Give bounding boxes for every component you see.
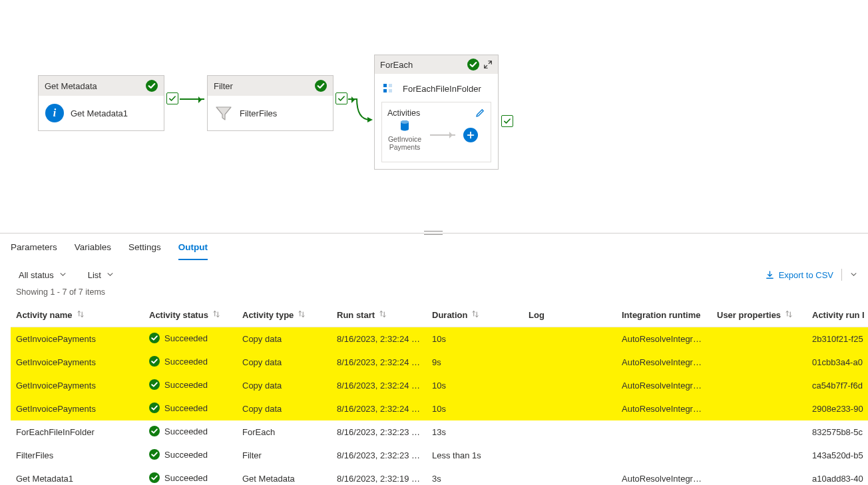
cell-user-properties [712,444,807,467]
panel-resize-divider[interactable] [0,233,868,234]
cell-activity-status: Succeeded [144,351,237,374]
success-icon [149,403,160,413]
inner-activity-getinvoice[interactable]: GetInvoice Payments [387,119,422,151]
connector-arrow [348,98,357,100]
column-activity-run-id[interactable]: Activity run I [807,303,868,327]
table-row[interactable]: GetInvoicePaymentsSucceededCopy data8/16… [11,397,868,420]
column-integration-runtime[interactable]: Integration runtime [616,303,712,327]
cell-run-start: 8/16/2023, 2:32:24 PM [331,327,427,351]
activities-section-label: Activities [387,108,420,118]
cell-integration-runtime: AutoResolveIntegration [616,374,712,397]
sort-icon [379,310,387,320]
mini-arrow [430,134,455,136]
pipeline-canvas[interactable]: Get Metadata i Get Metadata1 Filter Filt… [0,0,868,233]
cell-integration-runtime: AutoResolveIntegration [616,327,712,351]
column-activity-status[interactable]: Activity status [144,303,237,327]
table-row[interactable]: ForEachFileInFolderSucceededForEach8/16/… [11,420,868,444]
export-csv-button[interactable]: Export to CSV [765,270,833,280]
tab-variables[interactable]: Variables [75,242,111,260]
activity-instance-label: Get Metadata1 [71,108,128,118]
cell-log [523,327,616,351]
cell-user-properties [712,374,807,397]
info-icon: i [45,104,64,122]
foreach-activities-section: Activities GetInvoice Payments [381,102,491,162]
cell-activity-type: Copy data [237,327,331,351]
activity-instance-label: FilterFiles [240,108,277,118]
result-count-summary: Showing 1 - 7 of 7 items [0,287,868,303]
activity-filter[interactable]: Filter FilterFiles [207,75,333,131]
cell-integration-runtime [616,444,712,467]
sort-icon [298,310,306,320]
activity-foreach[interactable]: ForEach ForEachFileInFolder Activities G… [374,55,499,170]
activity-type-label: Get Metadata [45,81,146,91]
success-icon [146,80,158,92]
column-duration[interactable]: Duration [427,303,523,327]
view-mode-dropdown[interactable]: List [88,270,114,280]
cell-activity-name: Get Metadata1 [11,467,144,485]
edit-icon[interactable] [475,108,485,120]
drag-handle-icon[interactable] [424,230,444,236]
chevron-down-icon[interactable] [850,270,857,280]
cell-activity-run-id: 2908e233-90 [807,397,868,420]
column-run-start[interactable]: Run start [331,303,427,327]
column-activity-type[interactable]: Activity type [237,303,331,327]
cell-activity-run-id: ca54b7f7-f6d [807,374,868,397]
success-icon [467,59,479,71]
connector-success-check[interactable] [166,92,178,104]
table-row[interactable]: GetInvoicePaymentsSucceededCopy data8/16… [11,374,868,397]
success-icon [149,356,160,367]
cell-user-properties [712,327,807,351]
chevron-down-icon [59,270,67,280]
cell-log [523,467,616,485]
table-row[interactable]: Get Metadata1SucceededGet Metadata8/16/2… [11,467,868,485]
cell-activity-run-id: a10add83-40 [807,467,868,485]
connector-success-check[interactable] [501,115,513,127]
cell-duration: 9s [427,351,523,374]
export-label: Export to CSV [779,270,833,280]
status-filter-dropdown[interactable]: All status [19,270,67,280]
cell-duration: 13s [427,420,523,444]
add-activity-button[interactable] [463,128,478,142]
cell-duration: 10s [427,327,523,351]
activity-type-label: ForEach [380,60,413,70]
connector-arrow [180,98,204,100]
cell-run-start: 8/16/2023, 2:32:23 PM [331,444,427,467]
table-row[interactable]: GetInvoicePaymentsSucceededCopy data8/16… [11,327,868,351]
tab-settings[interactable]: Settings [128,242,161,260]
status-filter-label: All status [19,270,54,280]
cell-user-properties [712,397,807,420]
success-icon [149,472,160,483]
cell-run-start: 8/16/2023, 2:32:19 PM [331,467,427,485]
activity-get-metadata[interactable]: Get Metadata i Get Metadata1 [38,75,164,131]
separator [841,269,842,281]
activity-type-label: Filter [214,81,315,91]
cell-activity-run-id: 143a520d-b5 [807,444,868,467]
cell-activity-type: ForEach [237,420,331,444]
column-activity-name[interactable]: Activity name [11,303,144,327]
cell-integration-runtime: AutoResolveIntegration [616,397,712,420]
tab-output[interactable]: Output [178,242,208,260]
table-row[interactable]: FilterFilesSucceededFilter8/16/2023, 2:3… [11,444,868,467]
filter-icon [214,104,233,122]
bottom-panel-tabs: Parameters Variables Settings Output [0,234,868,261]
success-icon [149,449,160,460]
table-row[interactable]: GetInvoicePaymentsSucceededCopy data8/16… [11,351,868,374]
collapse-icon[interactable] [483,60,493,69]
success-icon [315,80,327,92]
cell-log [523,351,616,374]
cell-user-properties [712,351,807,374]
cell-activity-status: Succeeded [144,467,237,485]
cell-activity-type: Copy data [237,374,331,397]
tab-parameters[interactable]: Parameters [11,242,57,260]
cell-activity-name: ForEachFileInFolder [11,420,144,444]
cell-duration: 3s [427,467,523,485]
column-log[interactable]: Log [523,303,616,327]
database-icon [398,119,411,132]
cell-activity-run-id: 832575b8-5c [807,420,868,444]
cell-duration: 10s [427,397,523,420]
column-user-properties[interactable]: User properties [712,303,807,327]
download-icon [765,270,775,280]
cell-activity-name: FilterFiles [11,444,144,467]
connector-success-check[interactable] [335,92,347,104]
cell-run-start: 8/16/2023, 2:32:24 PM [331,397,427,420]
